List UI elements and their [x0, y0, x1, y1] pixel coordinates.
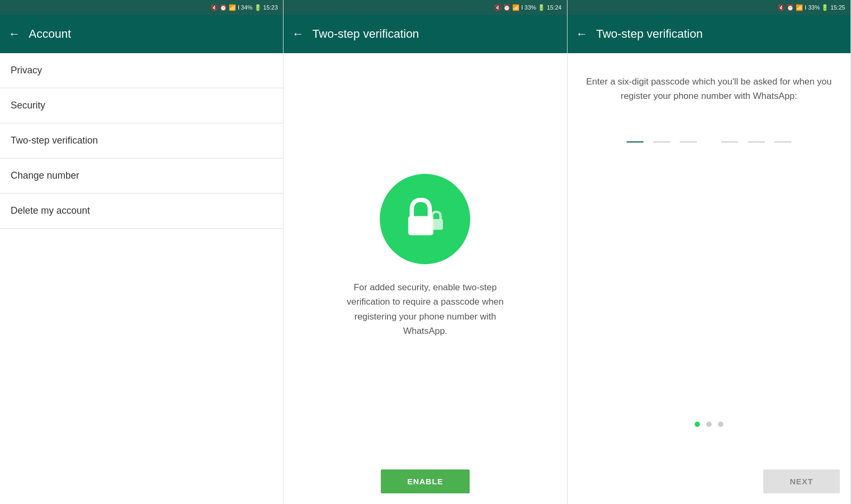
- dot-1: [695, 422, 700, 427]
- signal-icon: Ⅰ: [238, 4, 239, 11]
- signal-icon-3: Ⅰ: [805, 4, 806, 11]
- two-step-header-3: ← Two-step verification: [568, 15, 850, 53]
- passcode-body: Enter a six-digit passcode which you'll …: [568, 53, 850, 459]
- battery-icon-3: 🔋: [821, 4, 829, 11]
- svg-rect-1: [430, 219, 443, 230]
- two-step-header-2: ← Two-step verification: [283, 15, 566, 53]
- battery-level-3: 33%: [808, 4, 820, 11]
- mute-icon-3: 🔇: [778, 4, 785, 11]
- status-bar-2: 🔇 ⏰ 📶 Ⅰ 33% 🔋 15:24: [283, 0, 566, 15]
- time-2: 15:24: [547, 4, 562, 11]
- back-button-1[interactable]: ←: [9, 27, 20, 41]
- panel-account: 🔇 ⏰ 📶 Ⅰ 34% 🔋 15:23 ← Account Privacy Se…: [0, 0, 283, 504]
- two-step-title-2: Two-step verification: [312, 27, 419, 41]
- wifi-icon-2: 📶: [512, 4, 520, 11]
- back-button-2[interactable]: ←: [292, 27, 304, 41]
- panel3-footer: NEXT: [568, 459, 850, 504]
- panel-two-step-intro: 🔇 ⏰ 📶 Ⅰ 33% 🔋 15:24 ← Two-step verificat…: [283, 0, 567, 504]
- panel-passcode: 🔇 ⏰ 📶 Ⅰ 33% 🔋 15:25 ← Two-step verificat…: [568, 0, 851, 504]
- passcode-digit-5[interactable]: [748, 124, 765, 142]
- enable-button[interactable]: ENABLE: [381, 469, 470, 493]
- battery-level-1: 34%: [241, 4, 253, 11]
- signal-icon-2: Ⅰ: [521, 4, 523, 11]
- dot-2: [706, 422, 712, 427]
- menu-item-two-step[interactable]: Two-step verification: [0, 123, 283, 158]
- alarm-icon-3: ⏰: [787, 4, 794, 11]
- battery-icon-2: 🔋: [538, 4, 545, 11]
- mute-icon: 🔇: [211, 4, 218, 11]
- passcode-digit-4[interactable]: [721, 124, 738, 142]
- next-button[interactable]: NEXT: [763, 469, 840, 493]
- menu-item-delete-account[interactable]: Delete my account: [0, 194, 283, 229]
- mute-icon-2: 🔇: [494, 4, 502, 11]
- svg-rect-0: [408, 216, 433, 236]
- wifi-icon: 📶: [229, 4, 236, 11]
- battery-level-2: 33%: [524, 4, 536, 11]
- account-menu-list: Privacy Security Two-step verification C…: [0, 53, 283, 229]
- status-icons-3: 🔇 ⏰ 📶 Ⅰ 33% 🔋 15:25: [778, 4, 845, 11]
- status-icons-1: 🔇 ⏰ 📶 Ⅰ 34% 🔋 15:23: [211, 4, 278, 11]
- intro-text: For added security, enable two-step veri…: [332, 280, 518, 338]
- two-step-body: For added security, enable two-step veri…: [283, 53, 566, 459]
- passcode-digit-1[interactable]: [627, 124, 644, 142]
- passcode-digit-2[interactable]: [653, 124, 670, 142]
- time-1: 15:23: [263, 4, 278, 11]
- alarm-icon-2: ⏰: [503, 4, 511, 11]
- battery-icon-1: 🔋: [254, 4, 262, 11]
- status-bar-3: 🔇 ⏰ 📶 Ⅰ 33% 🔋 15:25: [568, 0, 850, 15]
- menu-item-security[interactable]: Security: [0, 88, 283, 123]
- passcode-instruction: Enter a six-digit passcode which you'll …: [583, 74, 835, 103]
- dot-3: [718, 422, 723, 427]
- dots-indicator: [583, 422, 835, 427]
- lock-circle: [380, 174, 470, 264]
- passcode-separator: [706, 137, 712, 138]
- passcode-digit-6[interactable]: [774, 124, 791, 142]
- passcode-input-row[interactable]: [583, 124, 835, 142]
- lock-icon: [401, 195, 449, 243]
- status-icons-2: 🔇 ⏰ 📶 Ⅰ 33% 🔋 15:24: [494, 4, 562, 11]
- account-header: ← Account: [0, 15, 283, 53]
- status-bar-1: 🔇 ⏰ 📶 Ⅰ 34% 🔋 15:23: [0, 0, 283, 15]
- passcode-digit-3[interactable]: [680, 124, 697, 142]
- back-button-3[interactable]: ←: [576, 27, 588, 41]
- menu-item-privacy[interactable]: Privacy: [0, 53, 283, 88]
- menu-item-change-number[interactable]: Change number: [0, 158, 283, 194]
- alarm-icon: ⏰: [220, 4, 227, 11]
- account-title: Account: [29, 27, 71, 41]
- wifi-icon-3: 📶: [796, 4, 803, 11]
- time-3: 15:25: [830, 4, 845, 11]
- panel2-footer: ENABLE: [283, 459, 566, 504]
- two-step-title-3: Two-step verification: [596, 27, 703, 41]
